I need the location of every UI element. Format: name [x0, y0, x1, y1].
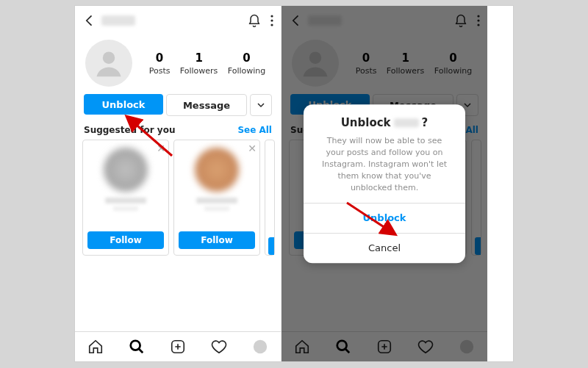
activity-icon[interactable]: [211, 339, 227, 355]
activity-icon[interactable]: [417, 339, 434, 355]
suggested-name-blurred: [105, 198, 146, 203]
suggested-subtitle-blurred: [204, 206, 229, 211]
screenshot-right: 0 Posts 1 Followers 0 Following Unblock …: [281, 6, 487, 361]
suggested-name-blurred: [196, 198, 237, 203]
svg-point-10: [309, 51, 322, 64]
suggested-avatar-blurred: [195, 148, 239, 192]
more-options-icon[interactable]: [270, 15, 273, 26]
svg-point-8: [477, 19, 479, 21]
profile-stats: 0 Posts 1 Followers 0 Following: [351, 51, 477, 76]
back-icon[interactable]: [82, 13, 97, 28]
see-all-link[interactable]: See All: [237, 125, 272, 135]
stat-followers-label: Followers: [387, 66, 425, 76]
profile-header: 0 Posts 1 Followers 0 Following: [75, 35, 281, 93]
svg-point-11: [337, 341, 347, 350]
dismiss-suggestion-icon[interactable]: ✕: [157, 143, 165, 154]
stat-following[interactable]: 0 Following: [434, 51, 473, 76]
dialog-username-blurred: [394, 118, 419, 127]
new-post-icon[interactable]: [376, 339, 392, 355]
notifications-icon[interactable]: [453, 13, 468, 28]
suggested-subtitle-blurred: [113, 206, 138, 211]
stat-following-count: 0: [243, 51, 250, 65]
follow-button[interactable]: [268, 237, 274, 255]
message-button[interactable]: Message: [166, 94, 247, 116]
stat-following-label: Following: [228, 66, 266, 76]
search-icon[interactable]: [335, 339, 351, 355]
dismiss-suggestion-icon[interactable]: ✕: [248, 143, 257, 154]
bottom-nav: [282, 331, 487, 361]
svg-point-1: [270, 19, 273, 21]
unblock-button[interactable]: Unblock: [84, 94, 163, 115]
profile-tab-icon[interactable]: [252, 339, 268, 355]
more-options-icon[interactable]: [477, 15, 480, 26]
stat-posts[interactable]: 0 Posts: [356, 51, 377, 76]
screenshot-left: 0 Posts 1 Followers 0 Following Unblock …: [75, 6, 281, 361]
home-icon[interactable]: [87, 339, 104, 355]
stat-followers-label: Followers: [180, 66, 218, 76]
dialog-title-suffix: ?: [422, 116, 429, 129]
stat-following-label: Following: [434, 66, 473, 76]
new-post-icon[interactable]: [170, 339, 186, 355]
search-icon[interactable]: [129, 339, 145, 355]
username-blurred: [101, 15, 135, 26]
action-button-row: Unblock Message: [75, 93, 281, 123]
svg-point-0: [270, 15, 273, 17]
follow-button[interactable]: [475, 237, 481, 255]
suggested-row: ✕ Follow ✕ Follow: [75, 140, 281, 256]
svg-point-4: [131, 341, 140, 350]
tutorial-canvas: 0 Posts 1 Followers 0 Following Unblock …: [75, 6, 513, 361]
dialog-confirm-button[interactable]: Unblock: [304, 203, 465, 233]
svg-point-7: [477, 15, 479, 17]
svg-point-9: [477, 24, 479, 26]
svg-point-6: [254, 340, 267, 353]
suggested-card[interactable]: ✕ Follow: [173, 140, 260, 256]
dialog-title-prefix: Unblock: [341, 116, 391, 129]
suggested-title: Suggested for you: [84, 125, 175, 135]
stat-followers[interactable]: 1 Followers: [387, 51, 425, 76]
stat-posts-count: 0: [156, 51, 163, 65]
stat-posts[interactable]: 0 Posts: [149, 51, 171, 76]
follow-button[interactable]: Follow: [87, 231, 164, 249]
suggested-card-peek[interactable]: [265, 140, 275, 256]
svg-point-3: [103, 51, 115, 64]
follow-button[interactable]: Follow: [179, 231, 255, 249]
suggested-card-peek[interactable]: [471, 140, 481, 256]
stat-posts-count: 0: [362, 51, 370, 65]
dialog-title: Unblock ?: [317, 116, 452, 129]
notifications-icon[interactable]: [247, 13, 262, 28]
suggested-avatar-blurred: [104, 148, 148, 192]
stat-followers-count: 1: [195, 51, 202, 65]
top-bar: [282, 6, 487, 35]
stat-followers[interactable]: 1 Followers: [180, 51, 218, 76]
unblock-dialog: Unblock ? They will now be able to see y…: [304, 104, 465, 263]
home-icon[interactable]: [294, 339, 310, 355]
profile-stats: 0 Posts 1 Followers 0 Following: [144, 51, 270, 76]
top-bar: [75, 6, 281, 35]
back-icon[interactable]: [289, 13, 304, 28]
stat-following-count: 0: [449, 51, 456, 65]
suggested-card[interactable]: ✕ Follow: [82, 140, 169, 256]
svg-point-2: [270, 24, 273, 26]
svg-point-13: [460, 340, 473, 353]
stat-followers-count: 1: [401, 51, 409, 65]
stat-following[interactable]: 0 Following: [228, 51, 266, 76]
username-blurred: [308, 15, 342, 26]
suggested-header: Suggested for you See All: [75, 123, 281, 140]
stat-posts-label: Posts: [149, 66, 171, 76]
bottom-nav: [75, 331, 281, 361]
avatar[interactable]: [292, 40, 339, 87]
dialog-cancel-button[interactable]: Cancel: [304, 233, 465, 263]
suggestions-toggle-button[interactable]: [250, 94, 272, 116]
profile-header: 0 Posts 1 Followers 0 Following: [282, 35, 487, 93]
avatar[interactable]: [85, 40, 132, 87]
dialog-message: They will now be able to see your posts …: [317, 135, 452, 194]
svg-rect-12: [379, 341, 391, 353]
profile-tab-icon[interactable]: [459, 339, 475, 355]
stat-posts-label: Posts: [356, 66, 377, 76]
